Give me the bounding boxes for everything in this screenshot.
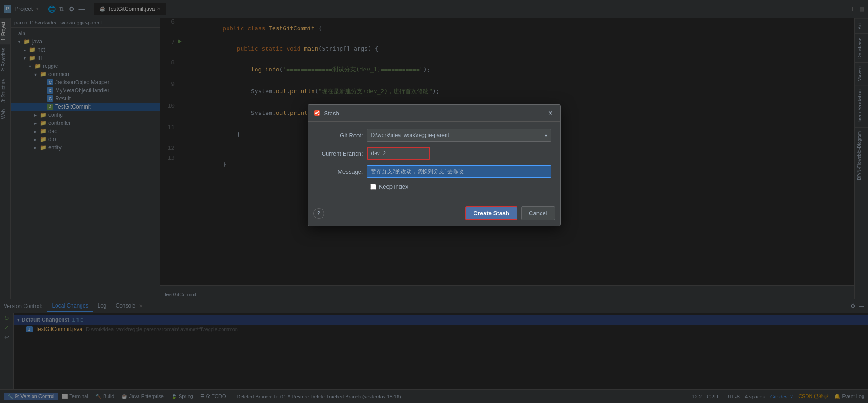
- message-row: Message:: [317, 165, 551, 178]
- git-root-dropdown-icon: ▾: [545, 133, 547, 138]
- modal-close-button[interactable]: ✕: [546, 109, 555, 118]
- help-button[interactable]: ?: [313, 208, 324, 219]
- git-root-value: D:\work\idea_work\reggie-parent: [371, 132, 449, 138]
- git-root-row: Git Root: D:\work\idea_work\reggie-paren…: [317, 129, 551, 142]
- modal-footer: ? Create Stash Cancel: [308, 203, 560, 226]
- modal-title-bar: Stash ✕: [308, 105, 560, 122]
- message-label: Message:: [317, 168, 367, 175]
- keep-index-row: Keep index: [317, 183, 551, 190]
- message-field: [367, 165, 551, 178]
- git-root-select[interactable]: D:\work\idea_work\reggie-parent ▾: [367, 129, 551, 142]
- current-branch-input[interactable]: [367, 147, 430, 160]
- current-branch-field: [367, 147, 551, 160]
- modal-action-buttons: Create Stash Cancel: [465, 206, 555, 220]
- create-stash-button[interactable]: Create Stash: [465, 206, 517, 220]
- cancel-button[interactable]: Cancel: [521, 206, 555, 220]
- modal-git-icon: [313, 109, 321, 117]
- current-branch-label: Current Branch:: [317, 150, 367, 157]
- git-root-label: Git Root:: [317, 132, 367, 139]
- modal-title: Stash: [324, 110, 546, 117]
- keep-index-label: Keep index: [379, 183, 408, 190]
- modal-body: Git Root: D:\work\idea_work\reggie-paren…: [308, 122, 560, 203]
- git-root-field: D:\work\idea_work\reggie-parent ▾: [367, 129, 551, 142]
- modal-overlay: Stash ✕ Git Root: D:\work\idea_work\regg…: [0, 0, 868, 403]
- keep-index-checkbox[interactable]: [370, 184, 376, 190]
- message-input[interactable]: [367, 165, 551, 178]
- current-branch-row: Current Branch:: [317, 147, 551, 160]
- stash-dialog: Stash ✕ Git Root: D:\work\idea_work\regg…: [308, 104, 561, 226]
